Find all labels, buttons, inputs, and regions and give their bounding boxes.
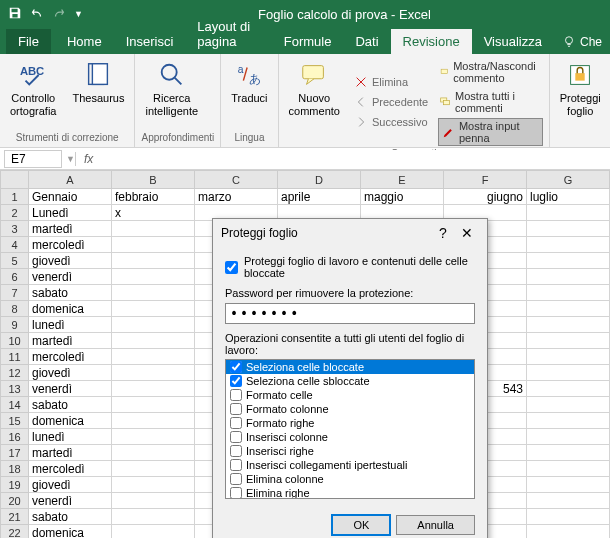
tab-inserisci[interactable]: Inserisci	[114, 29, 186, 54]
cell[interactable]	[527, 333, 610, 349]
permission-item[interactable]: Seleziona celle sbloccate	[226, 374, 474, 388]
cell[interactable]	[112, 381, 195, 397]
permission-checkbox[interactable]	[230, 403, 242, 415]
row-header[interactable]: 6	[1, 269, 29, 285]
cell[interactable]	[527, 381, 610, 397]
row-header[interactable]: 7	[1, 285, 29, 301]
permission-item[interactable]: Seleziona celle bloccate	[226, 360, 474, 374]
formula-input[interactable]	[101, 150, 610, 168]
cell[interactable]	[527, 445, 610, 461]
cell[interactable]	[112, 477, 195, 493]
permission-checkbox[interactable]	[230, 375, 242, 387]
password-input[interactable]	[225, 303, 475, 324]
cell[interactable]	[527, 205, 610, 221]
newcomment-button[interactable]: Nuovo commento	[285, 58, 344, 146]
translate-button[interactable]: aあ Traduci	[227, 58, 271, 130]
row-header[interactable]: 8	[1, 301, 29, 317]
cell[interactable]: martedì	[29, 333, 112, 349]
help-icon[interactable]: ?	[431, 225, 455, 241]
showall-comments-button[interactable]: Mostra tutti i commenti	[438, 88, 543, 116]
column-header[interactable]: B	[112, 171, 195, 189]
cell[interactable]: mercoledì	[29, 349, 112, 365]
permission-checkbox[interactable]	[230, 389, 242, 401]
cell[interactable]: luglio	[527, 189, 610, 205]
permission-item[interactable]: Formato celle	[226, 388, 474, 402]
ok-button[interactable]: OK	[332, 515, 390, 535]
cell[interactable]	[527, 221, 610, 237]
permission-item[interactable]: Formato colonne	[226, 402, 474, 416]
row-header[interactable]: 2	[1, 205, 29, 221]
tab-home[interactable]: Home	[55, 29, 114, 54]
cell[interactable]	[112, 221, 195, 237]
cell[interactable]: venerdì	[29, 493, 112, 509]
row-header[interactable]: 16	[1, 429, 29, 445]
cell[interactable]	[112, 301, 195, 317]
cell[interactable]	[112, 509, 195, 525]
cell[interactable]: venerdì	[29, 269, 112, 285]
column-header[interactable]: E	[361, 171, 444, 189]
cell[interactable]: giugno	[444, 189, 527, 205]
name-box[interactable]: E7	[4, 150, 62, 168]
cell[interactable]: domenica	[29, 525, 112, 539]
permission-checkbox[interactable]	[230, 361, 242, 373]
cell[interactable]: mercoledì	[29, 237, 112, 253]
column-header[interactable]: C	[195, 171, 278, 189]
column-header[interactable]: G	[527, 171, 610, 189]
cell[interactable]: sabato	[29, 285, 112, 301]
protectsheet-button[interactable]: Proteggi foglio	[556, 58, 605, 130]
permission-checkbox[interactable]	[230, 487, 242, 499]
spellcheck-button[interactable]: ABC Controllo ortografia	[6, 58, 60, 130]
smartlookup-button[interactable]: Ricerca intelligente	[141, 58, 202, 130]
cell[interactable]: giovedì	[29, 365, 112, 381]
cell[interactable]	[527, 269, 610, 285]
row-header[interactable]: 17	[1, 445, 29, 461]
tab-formule[interactable]: Formule	[272, 29, 344, 54]
save-icon[interactable]	[8, 6, 22, 23]
protect-contents-checkbox[interactable]	[225, 261, 238, 274]
row-header[interactable]: 10	[1, 333, 29, 349]
row-header[interactable]: 11	[1, 349, 29, 365]
cell[interactable]: aprile	[278, 189, 361, 205]
permission-checkbox[interactable]	[230, 417, 242, 429]
row-header[interactable]: 1	[1, 189, 29, 205]
permission-item[interactable]: Inserisci collegamenti ipertestuali	[226, 458, 474, 472]
cell[interactable]: sabato	[29, 397, 112, 413]
cell[interactable]	[112, 253, 195, 269]
cell[interactable]	[112, 397, 195, 413]
tab-layout[interactable]: Layout di pagina	[185, 14, 271, 54]
cell[interactable]	[112, 445, 195, 461]
cell[interactable]: x	[112, 205, 195, 221]
cell[interactable]	[527, 413, 610, 429]
cell[interactable]	[527, 301, 610, 317]
cell[interactable]	[527, 477, 610, 493]
next-comment-button[interactable]: Successivo	[352, 113, 430, 131]
tab-visualizza[interactable]: Visualizza	[472, 29, 554, 54]
row-header[interactable]: 4	[1, 237, 29, 253]
cell[interactable]	[112, 317, 195, 333]
cell[interactable]	[527, 349, 610, 365]
cell[interactable]	[527, 285, 610, 301]
cell[interactable]: marzo	[195, 189, 278, 205]
cell[interactable]: giovedì	[29, 477, 112, 493]
permission-item[interactable]: Inserisci righe	[226, 444, 474, 458]
cell[interactable]	[527, 253, 610, 269]
row-header[interactable]: 15	[1, 413, 29, 429]
cell[interactable]: martedì	[29, 221, 112, 237]
cell[interactable]: mercoledì	[29, 461, 112, 477]
cell[interactable]: domenica	[29, 413, 112, 429]
tab-dati[interactable]: Dati	[343, 29, 390, 54]
cell[interactable]	[527, 317, 610, 333]
row-header[interactable]: 12	[1, 365, 29, 381]
redo-icon[interactable]	[52, 6, 66, 23]
tab-revisione[interactable]: Revisione	[391, 29, 472, 54]
column-header[interactable]: D	[278, 171, 361, 189]
cell[interactable]: giovedì	[29, 253, 112, 269]
cell[interactable]	[112, 493, 195, 509]
cell[interactable]: sabato	[29, 509, 112, 525]
cell[interactable]: martedì	[29, 445, 112, 461]
cancel-button[interactable]: Annulla	[396, 515, 475, 535]
select-all-corner[interactable]	[1, 171, 29, 189]
cell[interactable]	[112, 429, 195, 445]
cell[interactable]	[112, 461, 195, 477]
cell[interactable]	[527, 461, 610, 477]
